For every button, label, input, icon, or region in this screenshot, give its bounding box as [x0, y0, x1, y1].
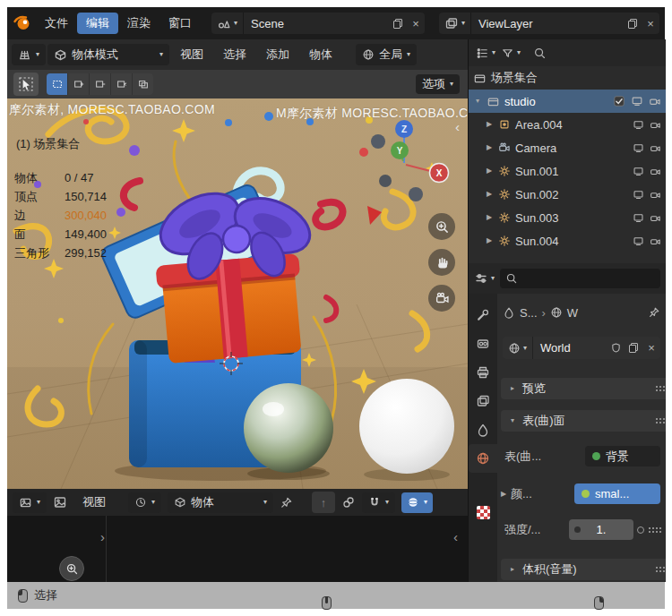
world-name-field[interactable]: World — [533, 341, 607, 355]
panel-preview[interactable]: ▸ 预览 — [501, 378, 666, 399]
active-tool-button[interactable] — [13, 73, 39, 96]
monitor-icon[interactable] — [633, 235, 644, 247]
blender-logo-icon[interactable] — [13, 13, 36, 35]
editor-type-selector[interactable]: ▾ — [13, 492, 47, 513]
gizmo-negative-axis[interactable] — [379, 175, 392, 187]
new-world-button[interactable] — [625, 337, 642, 359]
expander-icon[interactable]: ▶ — [485, 167, 494, 175]
world-browse-button[interactable]: ▾ — [503, 337, 533, 359]
select-mode-invert[interactable] — [111, 73, 133, 95]
panel-surface[interactable]: ▾ 表(曲)面 — [501, 410, 666, 432]
pin-button[interactable] — [648, 306, 660, 319]
camera-icon[interactable] — [650, 235, 661, 247]
image-button[interactable] — [53, 495, 67, 509]
strength-slider[interactable]: 1. — [569, 519, 633, 540]
gizmo-negative-axis[interactable] — [371, 134, 385, 149]
outliner-row-scene-collection[interactable]: 场景集合 — [469, 66, 666, 90]
monitor-icon[interactable] — [633, 119, 644, 131]
tab-render[interactable] — [469, 329, 497, 358]
surface-type-dropdown[interactable]: 背景 — [585, 446, 660, 466]
breadcrumb-world[interactable]: W — [567, 306, 578, 320]
expander-icon[interactable]: ▶ — [485, 214, 494, 221]
camera-view-button[interactable] — [428, 285, 455, 312]
gizmo-negative-axis[interactable] — [409, 187, 423, 201]
outliner-row-area004[interactable]: ▶ Area.004 — [469, 113, 666, 136]
pin-button[interactable] — [280, 496, 293, 509]
outliner-row-studio[interactable]: ▾ studio — [469, 90, 666, 113]
sidebar-toggle-arrow[interactable]: ‹ — [455, 120, 460, 133]
menu-add[interactable]: 添加 — [257, 44, 298, 65]
new-viewlayer-button[interactable] — [624, 13, 642, 34]
outliner-row-sun004[interactable]: ▶ Sun.004 — [469, 229, 666, 252]
outliner-filter-dropdown[interactable]: ▾ — [501, 47, 521, 60]
link-button[interactable] — [341, 495, 356, 509]
select-mode-new[interactable] — [47, 73, 68, 95]
outliner-row-sun001[interactable]: ▶ Sun.001 — [469, 159, 666, 183]
viewlayer-name[interactable]: ViewLayer — [471, 17, 624, 30]
move-up-button[interactable]: ↑ — [312, 492, 335, 513]
close-icon[interactable]: × — [407, 13, 425, 34]
outliner-row-camera[interactable]: ▶ Camera — [469, 136, 666, 159]
viewlayer-browse-button[interactable]: ▾ — [439, 13, 471, 34]
unlink-button[interactable]: × — [642, 337, 660, 359]
camera-icon[interactable] — [649, 95, 661, 107]
options-dropdown[interactable]: 选项 ▾ — [416, 74, 460, 94]
scene-browse-button[interactable]: ▾ — [211, 13, 244, 34]
monitor-icon[interactable] — [633, 166, 644, 177]
drag-grip-icon[interactable] — [655, 417, 666, 424]
scene-name[interactable]: Scene — [244, 17, 389, 30]
mode-selector[interactable]: 物体模式 ▾ — [47, 44, 169, 65]
outliner-row-sun003[interactable]: ▶ Sun.003 — [469, 206, 666, 229]
scene-selector[interactable]: ▾ Scene × — [211, 13, 425, 34]
object-dropdown[interactable]: 物体 ▾ — [168, 492, 273, 513]
menu-view-bottom[interactable]: 视图 — [73, 492, 115, 513]
menu-render[interactable]: 渲染 — [118, 13, 159, 34]
close-icon[interactable]: × — [642, 13, 659, 34]
expander-icon[interactable]: ▶ — [485, 237, 494, 244]
expander-icon[interactable]: ▶ — [485, 121, 494, 128]
tab-scene[interactable] — [469, 415, 497, 444]
editor-type-selector[interactable]: ▾ — [12, 44, 46, 65]
monitor-icon[interactable] — [633, 212, 644, 224]
viewlayer-selector[interactable]: ▾ ViewLayer × — [439, 13, 659, 34]
drag-grip-icon[interactable] — [648, 526, 662, 534]
select-mode-extend[interactable] — [68, 73, 90, 95]
select-mode-intersect[interactable] — [133, 73, 153, 95]
camera-icon[interactable] — [650, 142, 661, 154]
expand-arrow-left[interactable]: ‹ — [453, 530, 458, 543]
breadcrumb-scene[interactable]: S... — [520, 306, 538, 320]
outliner-search-button[interactable] — [533, 47, 547, 60]
camera-icon[interactable] — [650, 189, 661, 201]
camera-icon[interactable] — [650, 212, 661, 224]
tab-tool[interactable] — [469, 301, 497, 329]
navigation-gizmo[interactable]: Z Y X — [364, 109, 457, 202]
select-mode-subtract[interactable] — [90, 73, 111, 95]
transform-orientation-selector[interactable]: 全局 ▾ — [356, 44, 417, 65]
color-value-button[interactable]: smal... — [574, 483, 660, 504]
properties-search-input[interactable] — [500, 269, 660, 288]
pan-hand-button[interactable] — [428, 249, 455, 276]
tab-world[interactable] — [469, 444, 497, 473]
snap-dropdown[interactable]: ▾ — [362, 492, 395, 513]
camera-icon[interactable] — [650, 119, 661, 131]
camera-icon[interactable] — [650, 166, 661, 177]
time-dropdown[interactable]: ▾ — [128, 492, 161, 513]
viewport-canvas[interactable]: 摩尔素材, MORESC.TAOBAO.COM M摩尔素材 MORESC.TAO… — [7, 98, 468, 489]
monitor-icon[interactable] — [633, 142, 644, 154]
menu-object[interactable]: 物体 — [300, 44, 341, 65]
expander-icon[interactable]: ▶ — [485, 144, 494, 151]
tab-texture[interactable] — [469, 498, 497, 526]
tab-output[interactable] — [469, 358, 497, 387]
new-scene-button[interactable] — [389, 13, 407, 34]
fake-user-button[interactable] — [607, 337, 625, 359]
bottom-editor-canvas[interactable]: › ‹ — [7, 516, 468, 582]
menu-file[interactable]: 文件 — [36, 13, 77, 34]
zoom-button-small[interactable] — [59, 556, 84, 581]
world-datablock-selector[interactable]: ▾ World × — [503, 337, 660, 359]
checkbox-icon[interactable] — [613, 95, 625, 107]
expander-icon[interactable]: ▶ — [485, 191, 494, 198]
properties-editor-selector[interactable]: ▾ — [474, 271, 495, 286]
zoom-button[interactable] — [428, 213, 455, 240]
tab-view-layer[interactable] — [469, 387, 497, 415]
drag-grip-icon[interactable] — [655, 385, 666, 392]
